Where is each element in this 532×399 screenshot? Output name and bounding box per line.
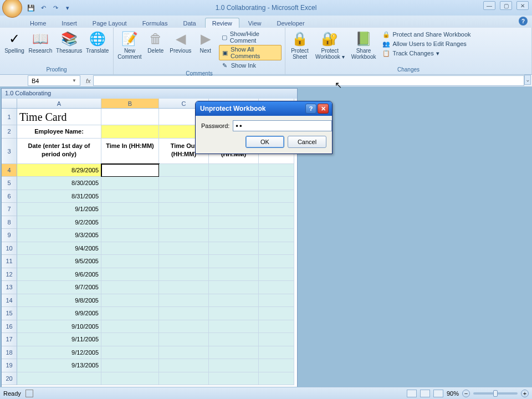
dialog-help-button[interactable]: ? bbox=[305, 104, 316, 114]
cell[interactable] bbox=[209, 242, 259, 255]
row-header[interactable]: 6 bbox=[2, 190, 17, 203]
cell[interactable] bbox=[159, 307, 209, 320]
zoom-level[interactable]: 90% bbox=[447, 390, 459, 397]
tab-insert[interactable]: Insert bbox=[55, 18, 84, 28]
allow-users-button[interactable]: 👥Allow Users to Edit Ranges bbox=[380, 39, 473, 48]
cell[interactable] bbox=[259, 268, 294, 282]
row-header[interactable]: 2 bbox=[2, 125, 17, 139]
macro-record-icon[interactable] bbox=[25, 390, 33, 397]
cell-title[interactable]: Time Card bbox=[17, 109, 101, 125]
cell[interactable] bbox=[209, 216, 259, 229]
view-pagebreak-button[interactable] bbox=[433, 390, 443, 397]
row-header[interactable]: 4 bbox=[2, 164, 17, 177]
row-header[interactable]: 12 bbox=[2, 268, 17, 282]
cell[interactable] bbox=[101, 333, 159, 346]
cell[interactable] bbox=[209, 229, 259, 242]
row-header[interactable]: 5 bbox=[2, 177, 17, 190]
col-header-a[interactable]: A bbox=[17, 99, 101, 108]
cell[interactable] bbox=[209, 268, 259, 282]
view-normal-button[interactable] bbox=[407, 390, 417, 397]
cell[interactable] bbox=[209, 190, 259, 203]
new-comment-button[interactable]: 📝New Comment bbox=[117, 29, 142, 61]
cell[interactable] bbox=[101, 359, 159, 372]
protect-sheet-button[interactable]: 🔒Protect Sheet bbox=[289, 29, 311, 61]
tab-view[interactable]: View bbox=[242, 18, 268, 28]
row-header[interactable]: 9 bbox=[2, 229, 17, 242]
cancel-button[interactable]: Cancel bbox=[288, 136, 326, 148]
cell-date[interactable]: 8/29/2005 bbox=[17, 164, 101, 177]
cell[interactable] bbox=[159, 346, 209, 360]
ok-button[interactable]: OK bbox=[245, 136, 284, 148]
view-layout-button[interactable] bbox=[420, 390, 430, 397]
maximize-button[interactable]: ▢ bbox=[500, 1, 512, 10]
cell[interactable] bbox=[209, 294, 259, 308]
cell-emp-label[interactable]: Employee Name: bbox=[17, 125, 101, 139]
tab-formulas[interactable]: Formulas bbox=[136, 18, 175, 28]
cell[interactable] bbox=[209, 307, 259, 320]
cell[interactable] bbox=[259, 320, 294, 334]
cell[interactable] bbox=[259, 294, 294, 308]
cell[interactable] bbox=[259, 281, 294, 294]
row-header[interactable]: 8 bbox=[2, 216, 17, 229]
cell-date[interactable]: 9/5/2005 bbox=[17, 255, 101, 268]
cell[interactable] bbox=[259, 372, 294, 386]
formula-input[interactable] bbox=[93, 75, 524, 86]
cell-date[interactable]: 9/11/2005 bbox=[17, 333, 101, 346]
cell[interactable] bbox=[159, 294, 209, 308]
research-button[interactable]: 📖Research bbox=[28, 29, 53, 55]
cell[interactable] bbox=[159, 190, 209, 203]
cell[interactable] bbox=[209, 372, 259, 386]
tab-data[interactable]: Data bbox=[176, 18, 202, 28]
help-icon[interactable]: ? bbox=[519, 17, 528, 25]
cell[interactable] bbox=[101, 320, 159, 334]
qat-dropdown-icon[interactable]: ▾ bbox=[63, 3, 72, 12]
cell[interactable] bbox=[101, 281, 159, 294]
minimize-button[interactable]: — bbox=[483, 1, 495, 10]
row-header[interactable]: 20 bbox=[2, 372, 17, 386]
row-header[interactable]: 11 bbox=[2, 255, 17, 268]
cell-date[interactable]: 9/6/2005 bbox=[17, 268, 101, 282]
cell[interactable] bbox=[159, 216, 209, 229]
track-changes-button[interactable]: 📋Track Changes ▾ bbox=[380, 49, 473, 58]
cell[interactable] bbox=[259, 333, 294, 346]
cell-date[interactable]: 9/8/2005 bbox=[17, 294, 101, 308]
row-header[interactable]: 10 bbox=[2, 242, 17, 255]
zoom-slider[interactable] bbox=[473, 392, 518, 395]
row-header[interactable]: 1 bbox=[2, 109, 17, 125]
cell[interactable] bbox=[209, 164, 259, 177]
show-ink-button[interactable]: ✎Show Ink bbox=[219, 61, 282, 70]
expand-formula-bar-icon[interactable]: ⌵ bbox=[524, 75, 531, 85]
cell-date[interactable] bbox=[17, 372, 101, 386]
cell-date[interactable]: 9/2/2005 bbox=[17, 216, 101, 229]
cell-date[interactable]: 8/30/2005 bbox=[17, 177, 101, 190]
undo-icon[interactable]: ↶ bbox=[39, 3, 48, 12]
spelling-button[interactable]: ✓Spelling bbox=[3, 29, 25, 55]
cell[interactable] bbox=[259, 346, 294, 360]
cell[interactable] bbox=[101, 177, 159, 190]
show-hide-comment-button[interactable]: ▢Show/Hide Comment bbox=[219, 30, 282, 44]
password-input[interactable] bbox=[233, 120, 332, 131]
row-header[interactable]: 13 bbox=[2, 281, 17, 294]
row-header[interactable]: 18 bbox=[2, 346, 17, 360]
select-all-corner[interactable] bbox=[2, 99, 17, 108]
cell[interactable] bbox=[159, 242, 209, 255]
thesaurus-button[interactable]: 📚Thesaurus bbox=[55, 29, 83, 55]
cell[interactable] bbox=[159, 320, 209, 334]
cell[interactable] bbox=[259, 359, 294, 372]
cell[interactable] bbox=[259, 255, 294, 268]
cell[interactable] bbox=[159, 177, 209, 190]
row-header[interactable]: 7 bbox=[2, 203, 17, 216]
row-header[interactable]: 15 bbox=[2, 307, 17, 320]
cell[interactable] bbox=[259, 203, 294, 216]
cell[interactable] bbox=[259, 229, 294, 242]
name-box[interactable]: B4 ▼ bbox=[28, 75, 80, 86]
cell-date[interactable]: 9/13/2005 bbox=[17, 359, 101, 372]
cell[interactable] bbox=[259, 307, 294, 320]
cell[interactable] bbox=[209, 320, 259, 334]
cell-date[interactable]: 9/10/2005 bbox=[17, 320, 101, 334]
protect-workbook-button[interactable]: 🔐Protect Workbook ▾ bbox=[313, 29, 347, 61]
share-workbook-button[interactable]: 📗Share Workbook bbox=[349, 29, 378, 61]
cell[interactable] bbox=[159, 372, 209, 386]
row-header[interactable]: 19 bbox=[2, 359, 17, 372]
cell[interactable] bbox=[101, 307, 159, 320]
